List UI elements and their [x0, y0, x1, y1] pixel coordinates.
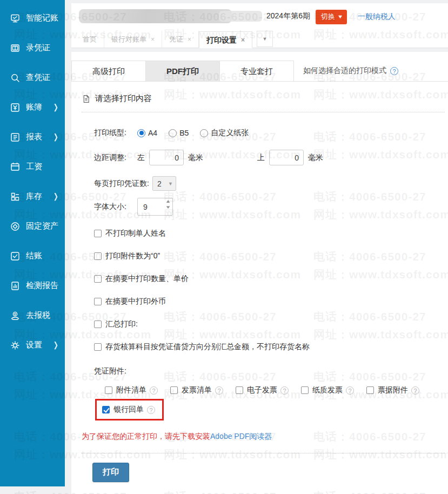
paper-option-自定义纸张[interactable]: 自定义纸张: [200, 128, 249, 138]
question-icon[interactable]: ?: [150, 386, 158, 395]
open-tabs-bar: 首页银行对账单×凭证×打印设置×▼: [71, 31, 448, 48]
sidebar-item-settings[interactable]: 设置❯: [0, 330, 65, 360]
vouchers-per-page-row: 每页打印凭证数: 2 ▼: [94, 176, 448, 191]
checkbox[interactable]: [94, 343, 102, 351]
help-question-icon[interactable]: ?: [390, 67, 398, 75]
pdf-reader-notice: 为了保证您的正常打印，请先下载安装Adobe PDF阅读器: [82, 432, 448, 442]
bank-receipt-checkbox[interactable]: [102, 406, 110, 413]
chevron-right-icon: ❯: [54, 192, 58, 201]
paper-option-A4[interactable]: A4: [137, 129, 157, 137]
tab-list-dropdown[interactable]: ▼: [257, 31, 273, 47]
ledger-icon: [10, 102, 21, 113]
sidebar-item-inspection[interactable]: 检测报告: [0, 271, 65, 301]
chevron-right-icon: ❯: [54, 103, 58, 112]
checkbox[interactable]: [236, 386, 243, 394]
inspection-icon: [10, 281, 21, 291]
sidebar-item-smart-accounting[interactable]: 智能记账: [0, 3, 65, 33]
checkbox[interactable]: [94, 252, 102, 260]
paper-option-label: B5: [179, 129, 189, 137]
question-icon[interactable]: ?: [411, 386, 419, 395]
close-icon[interactable]: ×: [151, 31, 155, 48]
checkbox[interactable]: [170, 386, 178, 394]
attachments-label: 凭证附件:: [94, 366, 448, 376]
accounting-period: 2024年第6期: [266, 11, 310, 21]
mode-tab-PDF打印[interactable]: PDF打印: [146, 61, 220, 81]
checkbox[interactable]: [94, 321, 102, 328]
switch-period-button[interactable]: 切换 ▼: [316, 10, 347, 24]
smart-accounting-icon: [10, 13, 21, 24]
print-mode-help: 如何选择合适的打印模式 ?: [294, 61, 398, 81]
sidebar-item-label: 库存: [26, 191, 42, 202]
tab-打印设置[interactable]: 打印设置×: [199, 31, 252, 48]
font-size-stepper[interactable]: 9 ▲ ▼: [137, 198, 173, 216]
sidebar-item-tax-filing[interactable]: 去报税: [0, 301, 65, 330]
checkbox[interactable]: [105, 386, 112, 394]
question-icon[interactable]: ?: [280, 386, 289, 395]
tab-label: 打印设置: [206, 32, 237, 48]
bank-receipt-question-icon[interactable]: ?: [147, 406, 155, 414]
question-icon[interactable]: ?: [346, 386, 354, 395]
sidebar-item-label: 固定资产: [26, 221, 58, 231]
margin-top-input[interactable]: [269, 150, 304, 165]
stepper-up-icon[interactable]: ▲: [165, 199, 171, 204]
tab-首页[interactable]: 首页: [76, 31, 104, 48]
question-icon[interactable]: ?: [215, 386, 223, 395]
option-row: 在摘要中打印数量、单价: [94, 274, 448, 284]
sidebar-item-fixed-assets[interactable]: 固定资产: [0, 211, 65, 241]
margin-top-unit: 毫米: [308, 153, 323, 163]
sidebar-item-label: 账簿: [26, 102, 42, 112]
closing-icon: [10, 251, 21, 262]
margin-top-group: 上 毫米: [257, 150, 327, 165]
radio-icon: [169, 129, 177, 137]
sidebar-item-voucher-entry[interactable]: 录凭证: [0, 33, 65, 63]
section-title-row: 请选择打印内容: [82, 94, 448, 104]
option-checkbox-list: 不打印制单人姓名打印附件数为“0”在摘要中打印数量、单价在摘要中打印外币汇总打印…: [94, 229, 448, 352]
checkbox-label: 不打印制单人姓名: [105, 229, 166, 238]
divider: [82, 112, 445, 112]
checkbox[interactable]: [94, 275, 102, 283]
vouchers-per-page-select[interactable]: 2 ▼: [152, 176, 176, 191]
chevron-right-icon: ❯: [54, 132, 58, 142]
spacer: [71, 48, 448, 52]
checkbox-label: 汇总打印:: [105, 319, 138, 329]
company-name-redacted: [79, 9, 232, 23]
header-area: 2024年第6期 切换 ▼ 一般纳税人 首页银行对账单×凭证×打印设置×▼: [71, 3, 448, 48]
paper-option-B5[interactable]: B5: [169, 129, 189, 137]
sidebar-item-voucher-search[interactable]: 查凭证: [0, 63, 65, 92]
taxpayer-type-link[interactable]: 一般纳税人: [358, 12, 396, 22]
option-row: 不打印制单人姓名: [94, 229, 448, 238]
close-icon[interactable]: ×: [188, 31, 191, 48]
stepper-down-icon[interactable]: ▼: [165, 205, 171, 210]
checkbox-label: 在摘要中打印数量、单价: [105, 274, 189, 284]
sidebar-item-closing[interactable]: 结账: [0, 241, 65, 271]
sidebar-item-label: 智能记账: [26, 13, 58, 23]
print-mode-tabs-row: 高级打印PDF打印专业套打 如何选择合适的打印模式 ?: [71, 61, 448, 82]
checkbox[interactable]: [301, 386, 309, 394]
tab-凭证[interactable]: 凭证×: [162, 31, 199, 48]
print-button[interactable]: 打印: [92, 463, 129, 482]
print-mode-tabs: 高级打印PDF打印专业套打: [71, 61, 294, 81]
vouchers-per-page-value: 2: [157, 179, 162, 188]
chevron-down-icon: ▼: [168, 181, 173, 186]
document-icon: [82, 94, 91, 104]
tab-银行对账单[interactable]: 银行对账单×: [104, 31, 162, 48]
attachment-option-纸质发票: 纸质发票?: [301, 385, 354, 395]
mode-tab-专业套打[interactable]: 专业套打: [220, 61, 294, 81]
voucher-entry-icon: [10, 43, 21, 54]
sidebar-item-label: 录凭证: [26, 43, 50, 53]
stepper-arrows: ▲ ▼: [166, 199, 170, 210]
checkbox[interactable]: [94, 298, 102, 305]
margin-left-input[interactable]: [149, 150, 184, 165]
option-row: 汇总打印:: [94, 319, 448, 329]
sidebar-item-reports[interactable]: 报表❯: [0, 122, 65, 152]
vouchers-per-page-label: 每页打印凭证数:: [94, 179, 149, 189]
sidebar-item-inventory[interactable]: 库存❯: [0, 182, 65, 211]
pdf-reader-link[interactable]: Adobe PDF阅读器: [210, 432, 272, 440]
close-icon[interactable]: ×: [241, 32, 245, 48]
mode-tab-高级打印[interactable]: 高级打印: [72, 61, 146, 81]
checkbox[interactable]: [94, 230, 102, 237]
sidebar-item-payroll[interactable]: 工资: [0, 152, 65, 182]
option-row: 在摘要中打印外币: [94, 297, 448, 306]
sidebar-item-ledger[interactable]: 账簿❯: [0, 92, 65, 122]
checkbox[interactable]: [366, 386, 374, 394]
